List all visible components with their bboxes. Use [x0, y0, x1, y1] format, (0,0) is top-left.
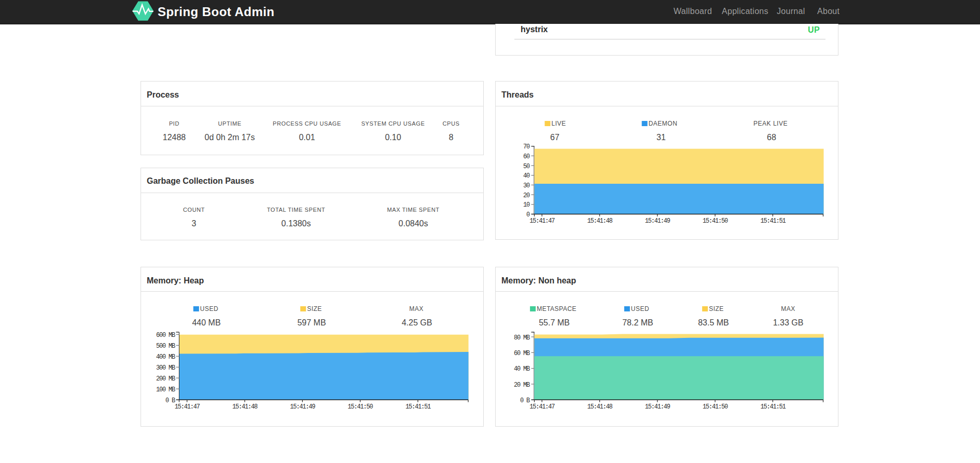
svg-text:50: 50	[523, 163, 530, 170]
svg-text:20: 20	[523, 192, 530, 199]
svg-text:70: 70	[523, 143, 530, 151]
svg-text:600 MB: 600 MB	[156, 332, 175, 339]
svg-text:60: 60	[523, 153, 530, 160]
svg-text:40 MB: 40 MB	[514, 365, 530, 373]
svg-text:15:41:48: 15:41:48	[587, 403, 612, 411]
svg-text:15:41:49: 15:41:49	[645, 217, 670, 225]
svg-text:0 B: 0 B	[520, 397, 530, 404]
svg-text:100 MB: 100 MB	[156, 386, 175, 393]
svg-text:15:41:47: 15:41:47	[529, 403, 555, 411]
svg-text:15:41:49: 15:41:49	[290, 403, 315, 411]
svg-text:20 MB: 20 MB	[514, 382, 530, 389]
svg-text:15:41:50: 15:41:50	[703, 217, 728, 225]
svg-text:200 MB: 200 MB	[156, 375, 175, 383]
svg-text:15:41:49: 15:41:49	[645, 403, 670, 411]
svg-text:500 MB: 500 MB	[156, 343, 175, 350]
svg-text:15:41:47: 15:41:47	[529, 217, 555, 225]
svg-text:30: 30	[523, 182, 530, 189]
svg-text:15:41:50: 15:41:50	[348, 403, 373, 411]
svg-text:40: 40	[523, 172, 530, 180]
svg-text:15:41:51: 15:41:51	[760, 217, 786, 225]
svg-text:15:41:50: 15:41:50	[703, 403, 728, 411]
svg-text:15:41:48: 15:41:48	[232, 403, 258, 411]
svg-text:10: 10	[523, 201, 530, 209]
svg-text:300 MB: 300 MB	[156, 364, 175, 372]
svg-text:15:41:48: 15:41:48	[587, 217, 612, 225]
svg-text:80 MB: 80 MB	[514, 334, 530, 342]
svg-text:0 B: 0 B	[165, 397, 175, 404]
svg-text:15:41:51: 15:41:51	[760, 403, 786, 411]
svg-text:60 MB: 60 MB	[514, 350, 530, 357]
svg-text:15:41:47: 15:41:47	[175, 403, 200, 411]
svg-text:15:41:51: 15:41:51	[405, 403, 431, 411]
svg-text:400 MB: 400 MB	[156, 353, 175, 361]
